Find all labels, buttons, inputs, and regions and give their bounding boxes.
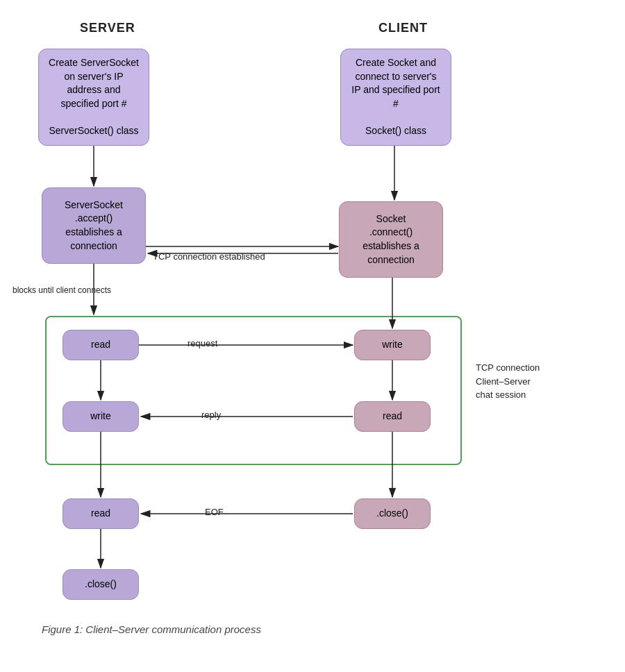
server-column-label: SERVER	[80, 21, 135, 35]
client-connect-box: Socket .connect() establishes a connecti…	[339, 201, 443, 278]
reply-label: reply	[201, 410, 221, 420]
diagram-container: SERVER CLIENT Create ServerSocket on ser…	[0, 0, 625, 646]
client-create-box: Create Socket and connect to server's IP…	[340, 49, 451, 146]
client-read-box: read	[354, 401, 431, 432]
tcp-established-label: TCP connection established	[153, 251, 265, 262]
client-write-box: write	[354, 330, 431, 360]
figure-caption: Figure 1: Client–Server communication pr…	[42, 623, 261, 635]
eof-label: EOF	[205, 507, 224, 517]
server-create-box: Create ServerSocket on server's IP addre…	[38, 49, 149, 146]
server-close-box: .close()	[62, 569, 139, 600]
request-label: request	[188, 338, 217, 348]
blocks-until-label: blocks until client connects	[12, 285, 111, 296]
server-read1-box: read	[62, 330, 139, 360]
server-accept-box: ServerSocket .accept() establishes a con…	[42, 187, 146, 264]
client-column-label: CLIENT	[378, 21, 428, 35]
client-close-box: .close()	[354, 498, 431, 529]
server-write-box: write	[62, 401, 139, 432]
server-read2-box: read	[62, 498, 139, 529]
tcp-session-label: TCP connection Client–Server chat sessio…	[476, 361, 540, 402]
